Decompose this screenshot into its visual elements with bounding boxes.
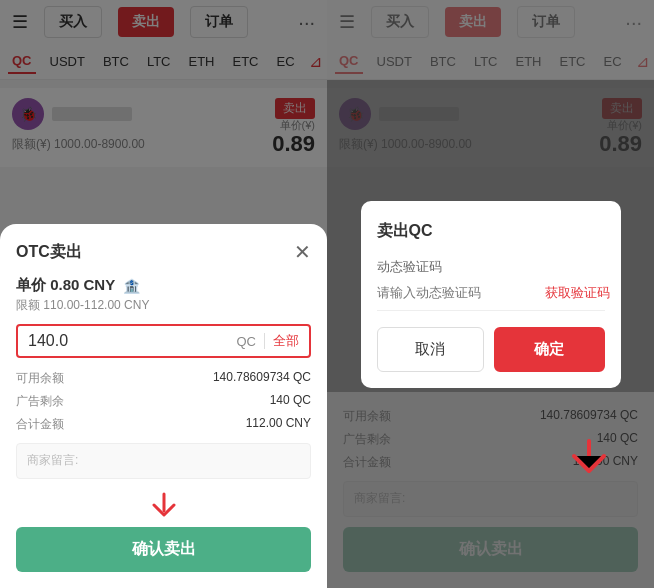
dialog-box-right: 卖出QC 动态验证码 获取验证码 取消 确定 [361,201,621,388]
input-unit-left: QC [237,334,257,349]
modal-price-row: 单价 0.80 CNY 🏦 [16,276,311,295]
bank-icon: 🏦 [123,278,140,294]
ad-remaining-row-left: 广告剩余 140 QC [16,393,311,410]
confirm-dialog-button-right[interactable]: 确定 [494,327,605,372]
modal-price-value: 单价 0.80 CNY [16,276,115,295]
modal-sheet-left: OTC卖出 ✕ 单价 0.80 CNY 🏦 限额 110.00-112.00 C… [0,224,327,588]
ad-remaining-label-left: 广告剩余 [16,393,64,410]
modal-header-left: OTC卖出 ✕ [16,240,311,264]
input-divider [264,333,265,349]
all-button-left[interactable]: 全部 [273,332,299,350]
amount-input-left[interactable] [28,332,237,350]
total-row-left: 合计金额 112.00 CNY [16,416,311,433]
dialog-overlay-right: 卖出QC 动态验证码 获取验证码 取消 确定 [327,0,654,588]
available-row-left: 可用余额 140.78609734 QC [16,370,311,387]
dialog-actions: 取消 确定 [377,327,605,372]
close-button-left[interactable]: ✕ [294,240,311,264]
right-panel: ☰ 买入 卖出 订单 ··· QC USDT BTC LTC ETH ETC E… [327,0,654,588]
amount-input-row[interactable]: QC 全部 [16,324,311,358]
arrow-indicator-left [16,489,311,523]
modal-title-left: OTC卖出 [16,242,82,263]
merchant-note-left: 商家留言: [16,443,311,479]
modal-limit: 限额 110.00-112.00 CNY [16,297,311,314]
dialog-title-right: 卖出QC [377,221,605,242]
total-value-left: 112.00 CNY [246,416,311,433]
available-label-left: 可用余额 [16,370,64,387]
confirm-sell-button-left[interactable]: 确认卖出 [16,527,311,572]
ad-remaining-value-left: 140 QC [270,393,311,410]
available-value-left: 140.78609734 QC [213,370,311,387]
verification-code-input[interactable] [377,285,545,300]
arrow-indicator-right [564,436,614,480]
dialog-input-row[interactable]: 获取验证码 [377,284,605,311]
dialog-code-label: 动态验证码 [377,258,605,276]
modal-overlay-left: OTC卖出 ✕ 单价 0.80 CNY 🏦 限额 110.00-112.00 C… [0,0,327,588]
left-panel: ☰ 买入 卖出 订单 ··· QC USDT BTC LTC ETH ETC E… [0,0,327,588]
cancel-button-right[interactable]: 取消 [377,327,484,372]
get-code-button[interactable]: 获取验证码 [545,284,610,302]
total-label-left: 合计金额 [16,416,64,433]
